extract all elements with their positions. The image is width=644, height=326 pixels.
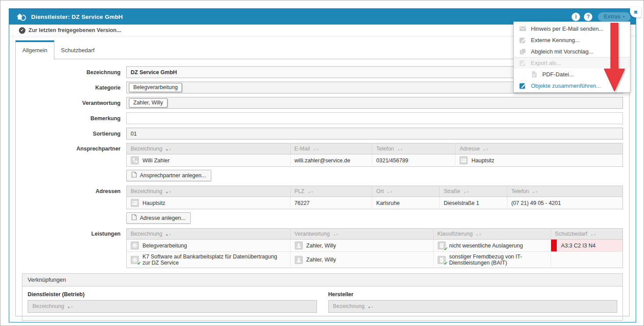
leistung-klassifizierung: sonstiger Fremdbezug von IT-Dienstleistu… [449, 254, 547, 266]
kategorie-chip[interactable]: Belegverarbeitung [129, 83, 182, 92]
tab-schutzbedarf[interactable]: Schutzbedarf [54, 40, 101, 59]
verknuepfungen-hersteller: Hersteller Bezeichnung▲▼ [328, 291, 618, 313]
field-label-adressen: Adressen [16, 186, 126, 194]
help-button[interactable]: ? [584, 13, 592, 21]
bemerkung-field[interactable] [126, 112, 623, 124]
column-header-schutzbedarf[interactable]: Schutzbedarf▲▼ [551, 229, 623, 240]
schutzbedarf-cell: A3:3 C2 I3 N4 [551, 240, 623, 252]
verantwortung-chip[interactable]: Zahler, Willy [129, 98, 167, 107]
extras-button[interactable]: Extras ▾ [598, 12, 630, 21]
classification-doc-icon: ✔ [438, 241, 446, 250]
field-label-bemerkung: Bemerkung [16, 115, 126, 122]
new-page-icon [132, 172, 137, 179]
sort-icon: ▲▼ [463, 190, 470, 193]
form-row-sortierung: Sortierung 01 [16, 128, 629, 140]
sort-icon: ▲▼ [308, 190, 314, 193]
sort-icon: ▲▼ [67, 305, 73, 308]
column-header-klassifizierung[interactable]: Klassifizierung▲▼ [433, 229, 551, 240]
dienstleister-betrieb-column-header[interactable]: Bezeichnung▲▼ [28, 300, 317, 313]
column-header-telefon[interactable]: Telefon▲▼ [372, 143, 455, 154]
edit-icon [519, 59, 527, 67]
column-header-plz[interactable]: PLZ▲▼ [290, 186, 372, 197]
menu-item-pdf-datei[interactable]: PDF-Datei... [514, 68, 630, 80]
adresse-telefon: (07 21) 49 05 - 4201 [511, 200, 561, 206]
pdf-icon [530, 71, 538, 78]
menu-item-export-als[interactable]: Export als... [514, 57, 630, 68]
verknuepfungen-section: Verknüpfungen Dienstleister (Betrieb) Be… [22, 273, 623, 321]
schutzbedarf-red-bar [551, 240, 557, 251]
column-header-bezeichnung[interactable]: Bezeichnung▲▼ [127, 186, 291, 197]
schutzbedarf-cell-empty [551, 252, 623, 268]
adresse-ort: Karlsruhe [376, 200, 400, 206]
group-label-dienstleister-betrieb: Dienstleister (Betrieb) [28, 291, 317, 297]
gear-icon [131, 241, 139, 250]
new-page-icon [132, 214, 137, 222]
menu-item-label: Hinweis per E-Mail senden... [531, 25, 603, 32]
verknuepfungen-title: Verknüpfungen [22, 274, 623, 287]
ansprechpartner-phone: 0321/456789 [376, 158, 408, 164]
column-header-email[interactable]: E-Mail▲▼ [290, 143, 372, 154]
form-row-bemerkung: Bemerkung [16, 112, 629, 124]
column-header-bezeichnung[interactable]: Bezeichnung▲▼ [127, 143, 291, 154]
sort-icon: ▲▼ [532, 190, 538, 193]
ansprechpartner-anlegen-button[interactable]: Ansprechpartner anlegen... [126, 170, 211, 181]
form-row-adressen: Adressen Bezeichnung▲▼ PLZ▲▼ Ort▲▼ Straß… [16, 186, 629, 224]
column-header-strasse[interactable]: Straße▲▼ [440, 186, 507, 197]
menu-item-externe-kennung[interactable]: Externe Kennung... [514, 34, 630, 46]
address-card-icon [459, 156, 468, 165]
leistung-name: K7 Software auf Bankarbeitsplatz für Dat… [142, 254, 286, 266]
leistung-verantwortung: Zahler, Willy [306, 257, 336, 263]
mail-icon [519, 25, 527, 32]
sortierung-field[interactable]: 01 [126, 128, 623, 140]
tab-allgemein[interactable]: Allgemein [15, 40, 54, 59]
adressen-table: Bezeichnung▲▼ PLZ▲▼ Ort▲▼ Straße▲▼ Telef… [126, 186, 623, 209]
person-icon [295, 256, 303, 264]
address-card-icon [131, 199, 139, 207]
close-icon: ✖ [633, 9, 638, 15]
menu-item-abgleich-vorschlag[interactable]: Abgleich mit Vorschlag... [514, 46, 630, 57]
ansprechpartner-row[interactable]: Willi Zahler willi.zahler@service.de 032… [127, 154, 623, 167]
sort-icon: ▲▼ [368, 305, 374, 308]
menu-item-label: Objekte zusammenführen... [531, 82, 601, 89]
menu-item-objekte-zusammenfuehren[interactable]: Objekte zusammenführen... [514, 80, 630, 91]
info-button[interactable]: i [572, 13, 580, 21]
check-circle-icon: ✔ [19, 27, 25, 34]
leistung-row[interactable]: ✔K7 Software auf Bankarbeitsplatz für Da… [127, 252, 623, 268]
sort-icon: ▲▼ [397, 148, 403, 151]
adresse-row[interactable]: Hauptsitz 76227 Karlsruhe Dieselstraße 1… [127, 197, 623, 209]
leistung-row[interactable]: Belegverarbeitung Zahler, Willy ✔nicht w… [127, 240, 623, 252]
dialog-title: Dienstleister: DZ Service GmbH [31, 14, 123, 20]
field-label-kategorie: Kategorie [16, 85, 126, 91]
tab-panel-allgemein: Bezeichnung DZ Service GmbH Kategorie Be… [15, 59, 630, 316]
hersteller-column-header[interactable]: Bezeichnung▲▼ [328, 300, 618, 313]
sort-icon: ▲▼ [591, 233, 597, 236]
ansprechpartner-name: Willi Zahler [142, 158, 170, 164]
column-header-telefon[interactable]: Telefon▲▼ [507, 186, 623, 197]
column-header-bezeichnung[interactable]: Bezeichnung▲▼ [127, 229, 291, 240]
column-header-ort[interactable]: Ort▲▼ [372, 186, 440, 197]
sort-icon: ▲▼ [313, 148, 319, 151]
close-button[interactable]: ✖ [630, 7, 641, 18]
sort-icon: ▲▼ [165, 190, 171, 193]
ansprechpartner-address: Hauptsitz [471, 158, 494, 164]
field-label-sortierung: Sortierung [16, 131, 126, 137]
column-header-verantwortung[interactable]: Verantwortung▲▼ [290, 229, 433, 240]
sort-icon: ▲▼ [387, 190, 393, 193]
adresse-plz: 76227 [295, 200, 310, 206]
ansprechpartner-anlegen-label: Ansprechpartner anlegen... [140, 172, 206, 179]
caret-down-icon: ▾ [623, 14, 625, 19]
leistung-name: Belegverarbeitung [142, 243, 187, 249]
menu-item-label: Externe Kennung... [531, 37, 580, 43]
bezeichnung-value: DZ Service GmbH [131, 69, 177, 75]
screen: Dienstleister: DZ Service GmbH i ? Extra… [0, 0, 644, 326]
edit-icon [519, 36, 527, 44]
column-header-adresse[interactable]: Adresse▲▼ [455, 143, 623, 154]
menu-item-label: Export als... [531, 60, 561, 66]
adresse-anlegen-button[interactable]: Adresse anlegen... [126, 212, 191, 224]
ansprechpartner-table: Bezeichnung▲▼ E-Mail▲▼ Telefon▲▼ Adresse… [126, 143, 623, 167]
field-label-bezeichnung: Bezeichnung [16, 69, 126, 75]
menu-item-hinweis-email[interactable]: Hinweis per E-Mail senden... [514, 23, 630, 34]
adresse-anlegen-label: Adresse anlegen... [140, 215, 185, 221]
verantwortung-field[interactable]: Zahler, Willy [126, 97, 623, 109]
group-label-hersteller: Hersteller [328, 291, 618, 297]
